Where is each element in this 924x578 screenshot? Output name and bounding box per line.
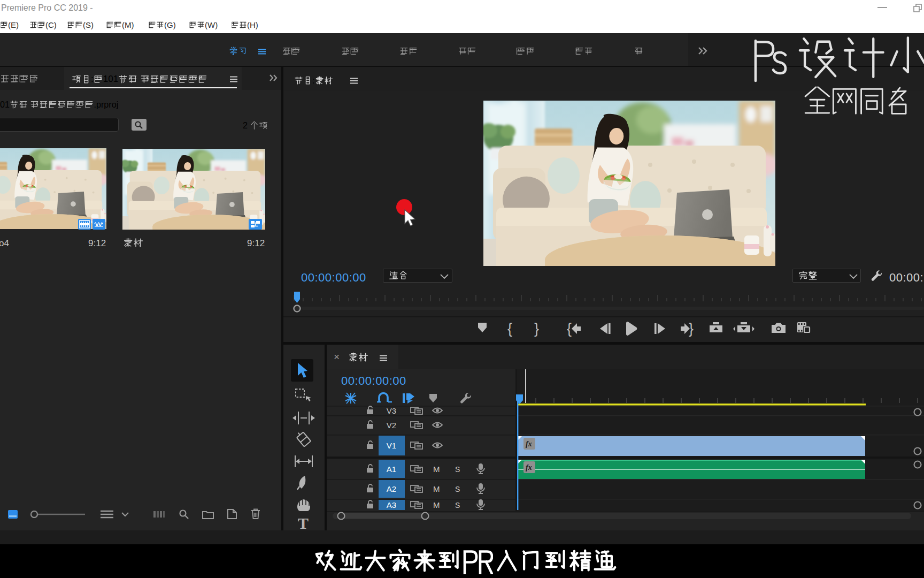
svg-text:A1: A1 — [387, 465, 396, 474]
svg-text:A3: A3 — [387, 500, 396, 509]
svg-text:{: { — [567, 321, 572, 337]
svg-text:fx: fx — [526, 463, 532, 471]
svg-text:A2: A2 — [387, 484, 396, 493]
svg-text:{: { — [507, 321, 512, 337]
svg-text:S: S — [455, 501, 460, 509]
svg-text:V1: V1 — [387, 441, 396, 450]
svg-text:T: T — [298, 514, 309, 530]
svg-text:V3: V3 — [387, 406, 396, 415]
svg-text:M: M — [433, 500, 440, 509]
svg-text:}: } — [689, 321, 694, 337]
svg-text:}: } — [534, 321, 539, 337]
svg-text:S: S — [455, 485, 460, 493]
svg-text:S: S — [455, 465, 460, 474]
svg-text:M: M — [433, 484, 440, 493]
svg-text:fx: fx — [526, 440, 532, 448]
svg-text:V2: V2 — [387, 421, 396, 430]
svg-text:M: M — [433, 465, 440, 474]
